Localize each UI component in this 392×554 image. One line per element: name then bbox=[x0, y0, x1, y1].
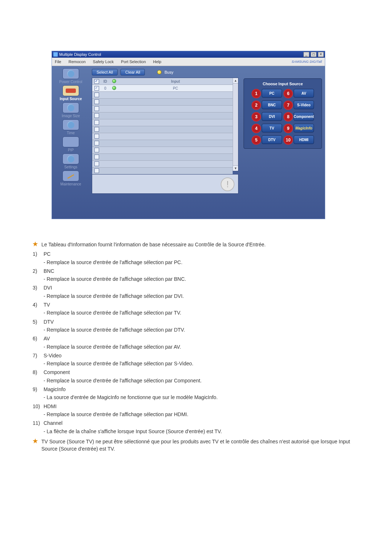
scroll-down-icon[interactable]: ▼ bbox=[233, 165, 238, 171]
time-icon bbox=[62, 119, 79, 130]
source-button-bnc[interactable]: BNC bbox=[262, 100, 282, 109]
row-checkbox[interactable] bbox=[94, 93, 99, 97]
star-icon: ★ bbox=[33, 241, 38, 248]
table-row[interactable] bbox=[92, 112, 233, 119]
source-button-dvi[interactable]: DVI bbox=[262, 112, 282, 121]
table-row[interactable] bbox=[92, 154, 233, 161]
table-row[interactable] bbox=[92, 119, 233, 126]
desc-sub: - La flèche de la chaîne s'affiche lorsq… bbox=[44, 428, 359, 435]
source-number-badge: 5 bbox=[252, 135, 261, 145]
row-status-icon bbox=[112, 86, 116, 90]
table-row[interactable] bbox=[92, 168, 233, 175]
sidebar-item-power-control[interactable]: Power Control bbox=[55, 68, 86, 84]
table-row[interactable] bbox=[92, 92, 233, 99]
desc-num: 4) bbox=[33, 301, 44, 308]
menubar: File Remocon Safety Lock Port Selection … bbox=[52, 58, 325, 66]
row-checkbox[interactable] bbox=[94, 141, 99, 145]
desc-num: 10) bbox=[33, 403, 44, 410]
sidebar-item-pip[interactable]: PIP bbox=[55, 136, 86, 152]
display-table: IDInput0PC ▲ ▼ bbox=[92, 78, 238, 171]
sidebar-label: Maintenance bbox=[60, 182, 81, 186]
scroll-up-icon[interactable]: ▲ bbox=[233, 78, 238, 83]
sidebar-item-image-size[interactable]: Image Size bbox=[55, 102, 86, 118]
table-row[interactable] bbox=[92, 140, 233, 147]
sidebar-label: Power Control bbox=[59, 80, 82, 84]
row-checkbox[interactable] bbox=[94, 120, 99, 125]
row-checkbox[interactable] bbox=[94, 134, 99, 139]
row-checkbox[interactable] bbox=[94, 127, 99, 132]
source-button-dtv[interactable]: DTV bbox=[262, 135, 282, 144]
source-number-badge: 4 bbox=[252, 124, 261, 133]
desc-num: 3) bbox=[33, 284, 44, 291]
table-row[interactable] bbox=[92, 126, 233, 133]
desc-item: 4)TV- Remplace la source d'entrée de l'a… bbox=[33, 301, 359, 317]
desc-num: 9) bbox=[33, 386, 44, 393]
source-button-hdmi[interactable]: HDMI bbox=[294, 135, 314, 144]
row-checkbox[interactable] bbox=[94, 155, 99, 159]
window-titlebar[interactable]: Multiple Display Control _ □ × bbox=[52, 51, 325, 58]
desc-item: 1)PC- Remplace la source d'entrée de l'a… bbox=[33, 250, 359, 266]
sidebar-item-settings[interactable]: Settings bbox=[55, 153, 86, 169]
source-button-pc[interactable]: PC bbox=[262, 89, 282, 98]
source-number-badge: 9 bbox=[283, 124, 293, 133]
desc-title: Component bbox=[44, 369, 359, 376]
table-row[interactable] bbox=[92, 99, 233, 106]
menu-port-selection[interactable]: Port Selection bbox=[121, 59, 146, 64]
desc-num: 11) bbox=[33, 419, 44, 427]
close-button[interactable]: × bbox=[318, 52, 324, 57]
desc-sub: - Remplace la source d'entrée de l'affic… bbox=[44, 343, 359, 350]
desc-num: 1) bbox=[33, 250, 44, 258]
minimize-button[interactable]: _ bbox=[303, 52, 309, 57]
desc-sub: - Remplace la source d'entrée de l'affic… bbox=[44, 411, 359, 418]
menu-remocon[interactable]: Remocon bbox=[69, 59, 86, 64]
maximize-button[interactable]: □ bbox=[311, 52, 317, 57]
row-checkbox[interactable] bbox=[94, 99, 99, 104]
desc-title: S-Video bbox=[44, 352, 359, 359]
table-row[interactable] bbox=[92, 106, 233, 112]
source-number-badge: 8 bbox=[283, 112, 293, 122]
menu-safety-lock[interactable]: Safety Lock bbox=[93, 59, 114, 64]
source-button-component[interactable]: Component bbox=[294, 112, 314, 121]
select-all-button[interactable]: Select All bbox=[92, 69, 118, 75]
desc-sub: - Remplace la source d'entrée de l'affic… bbox=[44, 275, 359, 283]
table-row[interactable]: 0PC bbox=[92, 85, 233, 92]
sidebar-item-maintenance[interactable]: Maintenance bbox=[55, 171, 86, 186]
row-checkbox[interactable] bbox=[94, 86, 99, 91]
source-button-magicinfo[interactable]: MagicInfo bbox=[294, 124, 314, 132]
source-button-tv[interactable]: TV bbox=[262, 124, 282, 132]
window-title: Multiple Display Control bbox=[59, 52, 101, 57]
busy-led-icon bbox=[157, 70, 162, 74]
desc-item: 5)DTV- Remplace la source d'entrée de l'… bbox=[33, 318, 359, 334]
desc-item: 10)HDMI- Remplace la source d'entrée de … bbox=[33, 403, 359, 418]
table-row[interactable] bbox=[92, 147, 233, 154]
row-checkbox[interactable] bbox=[94, 161, 99, 166]
row-checkbox[interactable] bbox=[94, 106, 99, 111]
source-button-s-video[interactable]: S-Video bbox=[294, 100, 314, 109]
select-all-checkbox[interactable] bbox=[94, 79, 99, 84]
sidebar-item-input-source[interactable]: Input Source bbox=[55, 85, 86, 101]
desc-sub: - Remplace la source d'entrée de l'affic… bbox=[44, 292, 359, 300]
row-checkbox[interactable] bbox=[94, 168, 99, 173]
row-checkbox[interactable] bbox=[94, 113, 99, 118]
warning-icon: ! bbox=[221, 177, 234, 191]
power-icon bbox=[62, 68, 79, 79]
desc-sub: - Remplace la source d'entrée de l'affic… bbox=[44, 360, 359, 367]
table-scrollbar[interactable]: ▲ ▼ bbox=[233, 78, 238, 171]
desc-num: 2) bbox=[33, 267, 44, 275]
sidebar: Power Control Input Source Image Size Ti… bbox=[52, 66, 90, 219]
source-number-badge: 10 bbox=[283, 135, 293, 145]
sidebar-item-time[interactable]: Time bbox=[55, 119, 86, 135]
table-row[interactable] bbox=[92, 133, 233, 140]
table-row[interactable] bbox=[92, 161, 233, 168]
desc-title: PC bbox=[44, 250, 359, 258]
menu-file[interactable]: File bbox=[55, 59, 61, 64]
desc-sub: - Remplace la source d'entrée de l'affic… bbox=[44, 259, 359, 266]
clear-all-button[interactable]: Clear All bbox=[121, 69, 145, 75]
source-number-badge: 2 bbox=[252, 100, 261, 110]
star-icon: ★ bbox=[33, 438, 38, 453]
source-button-av[interactable]: AV bbox=[294, 89, 314, 98]
desc-sub: - Remplace la source d'entrée de l'affic… bbox=[44, 309, 359, 316]
description-block: ★ Le Tableau d'Information fournit l'inf… bbox=[33, 241, 359, 452]
menu-help[interactable]: Help bbox=[153, 59, 162, 64]
row-checkbox[interactable] bbox=[94, 148, 99, 152]
